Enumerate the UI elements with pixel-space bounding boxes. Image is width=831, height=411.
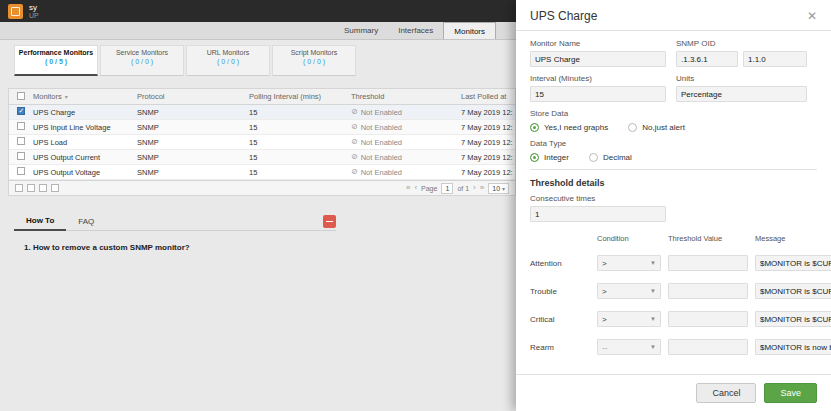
store-data-no-label: No,just alert (642, 123, 685, 132)
tab-performance-monitors[interactable]: Performance Monitors ( 0 / 5 ) (14, 45, 98, 76)
row-checkbox[interactable] (17, 107, 25, 115)
monitor-name[interactable]: UPS Charge (33, 108, 137, 117)
interval-field[interactable] (530, 86, 666, 102)
critical-value-input[interactable] (668, 311, 748, 327)
store-data-yes-option[interactable]: Yes,I need graphs (530, 123, 608, 132)
tab-monitors[interactable]: Monitors (443, 22, 496, 39)
rearm-message-input[interactable] (755, 339, 831, 355)
store-data-no-option[interactable]: No,just alert (628, 123, 685, 132)
next-page-icon[interactable]: › (473, 184, 476, 192)
monitor-edit-panel: UPS Charge ✕ Monitor Name SNMP OID (516, 0, 831, 411)
critical-condition-select[interactable]: >▼ (597, 311, 661, 327)
table-row[interactable]: UPS Output Voltage SNMP 15 ⊘Not Enabled … (9, 165, 515, 180)
trouble-condition-select[interactable]: >▼ (597, 283, 661, 299)
chevron-down-icon: ▼ (650, 344, 656, 350)
attention-message-input[interactable] (755, 255, 831, 271)
sort-icon[interactable]: ▾ (65, 94, 68, 100)
snmp-oid-field-1[interactable] (676, 51, 738, 67)
rearm-condition-select[interactable]: --▼ (597, 339, 661, 355)
critical-message-input[interactable] (755, 311, 831, 327)
radio-selected-icon[interactable] (530, 123, 539, 132)
tab-count: ( 0 / 0 ) (103, 58, 181, 67)
chevron-down-icon: ▼ (650, 316, 656, 322)
save-button[interactable]: Save (764, 383, 817, 403)
attention-condition-select[interactable]: >▼ (597, 255, 661, 271)
table-row[interactable]: UPS Input Line Voltage SNMP 15 ⊘Not Enab… (9, 120, 515, 135)
row-checkbox[interactable] (17, 122, 25, 130)
cancel-button[interactable]: Cancel (696, 383, 756, 403)
help-feedback-button[interactable] (323, 215, 336, 228)
select-all-checkbox[interactable] (17, 92, 25, 100)
rearm-value-input[interactable] (668, 339, 748, 355)
tab-label: Performance Monitors (17, 49, 95, 58)
radio-selected-icon[interactable] (530, 153, 539, 162)
threshold-grid: Condition Threshold Value Message Attent… (530, 234, 817, 355)
page-number-input[interactable]: 1 (441, 183, 453, 194)
threshold-details-heading: Threshold details (530, 178, 817, 188)
tab-service-monitors[interactable]: Service Monitors ( 0 / 0 ) (100, 45, 184, 76)
trouble-value-input[interactable] (668, 283, 748, 299)
col-monitors[interactable]: Monitors▾ (33, 92, 137, 101)
monitor-name[interactable]: UPS Output Voltage (33, 168, 137, 177)
help-question[interactable]: 1. How to remove a custom SNMP monitor? (24, 243, 336, 252)
help-section: How To FAQ 1. How to remove a custom SNM… (14, 212, 336, 252)
tab-label: URL Monitors (189, 49, 267, 58)
panel-title: UPS Charge (530, 9, 597, 23)
units-field[interactable] (676, 86, 807, 102)
interval-cell: 15 (249, 153, 351, 162)
last-page-icon[interactable]: » (480, 184, 484, 192)
monitor-name[interactable]: UPS Load (33, 138, 137, 147)
protocol-cell: SNMP (137, 123, 249, 132)
tab-how-to[interactable]: How To (14, 212, 66, 231)
topbar: sy UP (0, 0, 516, 22)
tab-summary[interactable]: Summary (334, 22, 388, 39)
col-last-polled: Last Polled at (461, 92, 515, 101)
prev-page-icon[interactable]: ‹ (414, 184, 417, 192)
monitor-name-field[interactable] (530, 51, 666, 67)
table-header-row: Monitors▾ Protocol Polling Interval (min… (9, 89, 515, 105)
col-polling-interval: Polling Interval (mins) (249, 92, 351, 101)
form-row-1: Monitor Name SNMP OID (530, 39, 817, 67)
monitor-name[interactable]: UPS Input Line Voltage (33, 123, 137, 132)
data-type-integer-option[interactable]: Integer (530, 153, 569, 162)
close-icon[interactable]: ✕ (807, 10, 817, 22)
store-data-yes-label: Yes,I need graphs (544, 123, 608, 132)
data-type-decimal-option[interactable]: Decimal (589, 153, 632, 162)
snmp-oid-field-2[interactable] (743, 51, 807, 67)
panel-header: UPS Charge ✕ (516, 0, 831, 31)
radio-unselected-icon[interactable] (628, 123, 637, 132)
table-tool-icon-4[interactable] (51, 184, 59, 192)
row-checkbox[interactable] (17, 167, 25, 175)
row-checkbox[interactable] (17, 152, 25, 160)
consecutive-times-field[interactable] (530, 206, 666, 222)
table-row[interactable]: UPS Charge SNMP 15 ⊘Not Enabled 7 May 20… (9, 105, 515, 120)
radio-unselected-icon[interactable] (589, 153, 598, 162)
page-size-select[interactable]: 10 ▾ (488, 183, 509, 194)
row-checkbox[interactable] (17, 137, 25, 145)
monitor-name[interactable]: UPS Output Current (33, 153, 137, 162)
critical-row-label: Critical (530, 315, 590, 324)
last-polled-cell: 7 May 2019 12: (461, 123, 515, 132)
trouble-message-input[interactable] (755, 283, 831, 299)
last-polled-cell: 7 May 2019 12: (461, 138, 515, 147)
protocol-cell: SNMP (137, 168, 249, 177)
threshold-cell: Not Enabled (361, 123, 402, 132)
interval-label: Interval (Minutes) (530, 74, 666, 83)
tab-script-monitors[interactable]: Script Monitors ( 0 / 0 ) (272, 45, 356, 76)
table-tool-icon-2[interactable] (27, 184, 35, 192)
table-row[interactable]: UPS Output Current SNMP 15 ⊘Not Enabled … (9, 150, 515, 165)
tab-interfaces[interactable]: Interfaces (388, 22, 443, 39)
tab-faq[interactable]: FAQ (66, 213, 106, 230)
main-area: sy UP Summary Interfaces Monitors Perfor… (0, 0, 516, 411)
attention-value-input[interactable] (668, 255, 748, 271)
table-row[interactable]: UPS Load SNMP 15 ⊘Not Enabled 7 May 2019… (9, 135, 515, 150)
first-page-icon[interactable]: « (406, 184, 410, 192)
chevron-down-icon: ▼ (650, 288, 656, 294)
device-icon (8, 4, 23, 19)
table-tool-icon-3[interactable] (39, 184, 47, 192)
message-column-header: Message (755, 234, 831, 243)
table-tool-icon-1[interactable] (15, 184, 23, 192)
tab-count: ( 0 / 5 ) (17, 58, 95, 67)
tab-url-monitors[interactable]: URL Monitors ( 0 / 0 ) (186, 45, 270, 76)
protocol-cell: SNMP (137, 108, 249, 117)
